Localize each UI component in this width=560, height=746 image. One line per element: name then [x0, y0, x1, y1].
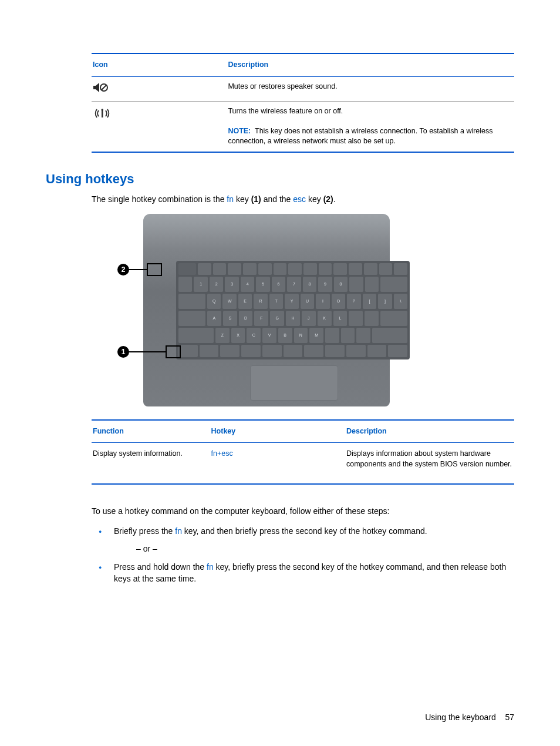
- instructions-lead: To use a hotkey command on the computer …: [92, 506, 514, 518]
- touchpad: [250, 365, 338, 401]
- item2-prefix: Press and hold down the: [114, 562, 207, 572]
- mute-icon: [93, 82, 113, 97]
- intro-mid2: and the: [261, 194, 294, 204]
- page-footer: Using the keyboard 57: [425, 712, 514, 724]
- or-separator: – or –: [136, 543, 514, 555]
- table-row: Display system information. fn+esc Displ…: [92, 443, 514, 485]
- note-text: This key does not establish a wireless c…: [228, 127, 492, 146]
- callout-number: 1: [117, 346, 129, 358]
- instructions-list: Briefly press the fn key, and then brief…: [92, 526, 514, 584]
- table-row: Mutes or restores speaker sound.: [92, 76, 514, 102]
- svg-rect-2: [102, 110, 103, 117]
- footer-page-number: 57: [505, 713, 514, 722]
- wireless-icon: [93, 106, 113, 124]
- callout-2: 2: [117, 263, 162, 276]
- icon-table-header-row: Icon Description: [92, 53, 514, 76]
- list-item: Briefly press the fn key, and then brief…: [92, 526, 514, 555]
- fn-label: fn: [207, 562, 214, 572]
- intro-paragraph: The single hotkey combination is the fn …: [92, 194, 514, 206]
- laptop-body: 1234567890 QWERTYUIOP[]\ ASDFGHJKL ZXCVB…: [143, 214, 390, 406]
- icon-header: Icon: [92, 53, 227, 76]
- callout-number: 2: [117, 264, 129, 275]
- hotkey-table: Function Hotkey Description Display syst…: [92, 419, 514, 485]
- icon-table: Icon Description Mu: [92, 53, 514, 153]
- section-title: Using hotkeys: [46, 170, 514, 189]
- callout-1: 1: [117, 345, 181, 358]
- section-body: The single hotkey combination is the fn …: [92, 194, 514, 584]
- wireless-description: Turns the wireless feature on or off.: [228, 106, 513, 117]
- callout-target-fn: [166, 345, 181, 358]
- svg-line-1: [102, 85, 106, 90]
- function-header: Function: [92, 420, 210, 443]
- callout-ref-1: (1): [251, 194, 261, 204]
- icon-cell: [92, 102, 227, 152]
- hotkey-description-header: Description: [345, 420, 514, 443]
- note-label: NOTE:: [228, 127, 251, 135]
- intro-mid1: key: [234, 194, 251, 204]
- list-item: Press and hold down the fn key, briefly …: [92, 562, 514, 584]
- hotkey-cell: fn+esc: [210, 443, 345, 485]
- icon-cell: [92, 76, 227, 102]
- icon-table-wrapper: Icon Description Mu: [92, 53, 514, 153]
- hotkey-combo: fn+esc: [211, 449, 233, 458]
- table-row: Turns the wireless feature on or off. NO…: [92, 102, 514, 152]
- footer-section: Using the keyboard: [425, 713, 496, 722]
- callout-target-esc: [147, 263, 162, 276]
- fn-label: fn: [227, 194, 234, 204]
- esc-label: esc: [293, 194, 306, 204]
- description-cell: Mutes or restores speaker sound.: [227, 76, 514, 102]
- hotkey-header: Hotkey: [210, 420, 345, 443]
- item1-prefix: Briefly press the: [114, 526, 175, 536]
- item1-suffix: key, and then briefly press the second k…: [182, 526, 427, 536]
- function-cell: Display system information.: [92, 443, 210, 485]
- svg-point-3: [101, 109, 103, 111]
- intro-suffix: .: [333, 194, 336, 204]
- fn-label: fn: [175, 526, 182, 536]
- keyboard-figure: 1234567890 QWERTYUIOP[]\ ASDFGHJKL ZXCVB…: [117, 214, 391, 406]
- intro-mid3: key: [306, 194, 323, 204]
- intro-prefix: The single hotkey combination is the: [92, 194, 227, 204]
- description-header: Description: [227, 53, 514, 76]
- wireless-note: NOTE: This key does not establish a wire…: [228, 126, 513, 147]
- description-cell: Turns the wireless feature on or off. NO…: [227, 102, 514, 152]
- page: Icon Description Mu: [0, 0, 560, 746]
- callout-ref-2: (2): [323, 194, 333, 204]
- keyboard: 1234567890 QWERTYUIOP[]\ ASDFGHJKL ZXCVB…: [176, 261, 410, 359]
- hotkey-table-header-row: Function Hotkey Description: [92, 420, 514, 443]
- hotkey-description-cell: Displays information about system hardwa…: [345, 443, 514, 485]
